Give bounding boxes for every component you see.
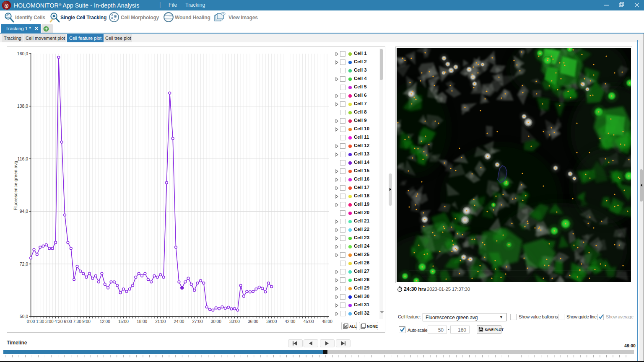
svg-text:15:00: 15:00 [118, 319, 129, 324]
svg-text:9:00: 9:00 [82, 319, 91, 324]
svg-text:33:00: 33:00 [229, 319, 240, 324]
svg-text:36:00: 36:00 [248, 319, 258, 324]
svg-text:72,0: 72,0 [20, 261, 29, 266]
svg-text:4:30: 4:30 [55, 319, 63, 324]
svg-text:45:00: 45:00 [303, 319, 314, 324]
svg-text:1:30: 1:30 [36, 319, 44, 324]
svg-text:0:00: 0:00 [27, 319, 35, 324]
svg-text:39:00: 39:00 [266, 319, 277, 324]
svg-text:3:00: 3:00 [45, 319, 54, 324]
svg-text:18:00: 18:00 [137, 319, 147, 324]
svg-text:24:00: 24:00 [174, 319, 184, 324]
svg-text:12:00: 12:00 [100, 319, 110, 324]
svg-text:94,0: 94,0 [20, 209, 29, 214]
svg-text:138,0: 138,0 [17, 103, 28, 109]
svg-text:Fluorescence green avg: Fluorescence green avg [13, 161, 18, 210]
svg-text:φ: φ [5, 1, 9, 10]
svg-text:6:00: 6:00 [64, 319, 72, 324]
svg-text:30:00: 30:00 [211, 319, 221, 324]
svg-text:116,0: 116,0 [18, 156, 29, 161]
svg-text:27:00: 27:00 [192, 319, 203, 324]
svg-text:50,0: 50,0 [20, 314, 29, 319]
svg-text:48:00: 48:00 [322, 319, 332, 324]
svg-text:21:00: 21:00 [155, 319, 166, 324]
svg-text:42:00: 42:00 [285, 319, 295, 324]
svg-text:7:30: 7:30 [73, 319, 81, 324]
svg-text:160,0: 160,0 [17, 51, 28, 56]
